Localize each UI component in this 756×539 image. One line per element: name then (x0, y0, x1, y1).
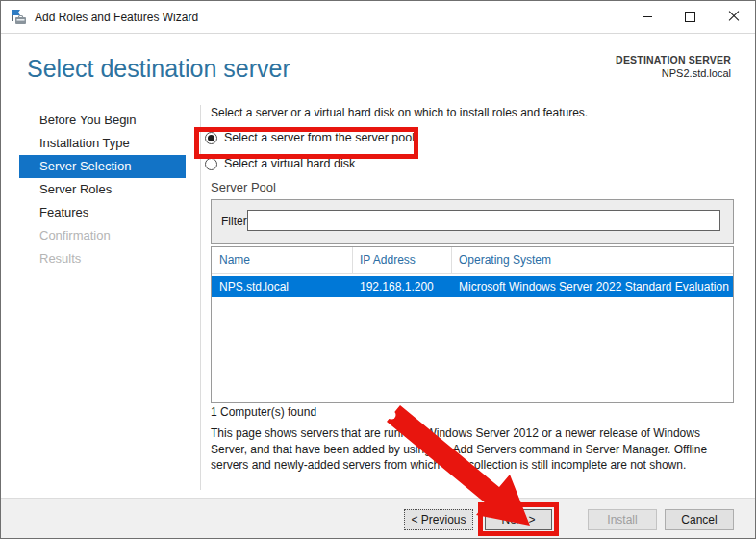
server-manager-icon (11, 9, 27, 25)
close-icon (728, 11, 740, 22)
wizard-steps-nav: Before You Begin Installation Type Serve… (19, 109, 186, 270)
column-header-ip-address[interactable]: IP Address (353, 247, 452, 273)
computers-found-count: 1 Computer(s) found (211, 405, 316, 419)
maximize-button[interactable] (668, 1, 712, 32)
filter-label: Filter: (221, 215, 250, 228)
page-description: This page shows servers that are running… (211, 425, 738, 474)
cell-server-ip: 192.168.1.200 (353, 276, 452, 297)
radio-label: Select a server from the server pool (224, 131, 415, 144)
previous-button[interactable]: < Previous (404, 509, 473, 530)
install-button: Install (588, 509, 657, 530)
destination-server-value: NPS2.std.local (616, 67, 731, 79)
radio-selected-icon[interactable] (205, 132, 217, 144)
filter-panel: Filter: (211, 199, 734, 244)
minimize-icon (643, 16, 652, 17)
maximize-icon (685, 12, 695, 22)
column-header-operating-system[interactable]: Operating System (452, 247, 733, 273)
window-title: Add Roles and Features Wizard (35, 11, 198, 24)
close-button[interactable] (712, 1, 755, 32)
column-header-name[interactable]: Name (212, 247, 353, 273)
radio-label: Select a virtual hard disk (224, 157, 355, 170)
sidebar-divider (200, 105, 201, 490)
next-button[interactable]: Next > (485, 509, 552, 530)
sidebar-item-server-roles[interactable]: Server Roles (19, 178, 186, 201)
cell-server-name: NPS.std.local (212, 276, 353, 297)
sidebar-item-features[interactable]: Features (19, 201, 186, 224)
cell-server-os: Microsoft Windows Server 2022 Standard E… (452, 276, 733, 297)
intro-text: Select a server or a virtual hard disk o… (211, 106, 588, 119)
radio-select-virtual-hard-disk[interactable]: Select a virtual hard disk (205, 157, 355, 170)
radio-unselected-icon[interactable] (205, 158, 217, 170)
server-pool-title: Server Pool (211, 180, 276, 194)
wizard-window: Add Roles and Features Wizard Select des… (0, 0, 756, 539)
sidebar-item-before-you-begin[interactable]: Before You Begin (19, 109, 186, 132)
sidebar-item-confirmation: Confirmation (19, 224, 186, 247)
table-header-row: Name IP Address Operating System (212, 247, 733, 274)
minimize-button[interactable] (625, 1, 668, 32)
title-bar: Add Roles and Features Wizard (1, 1, 755, 34)
cancel-button[interactable]: Cancel (665, 509, 734, 530)
sidebar-item-installation-type[interactable]: Installation Type (19, 132, 186, 155)
sidebar-item-results: Results (19, 247, 186, 270)
page-title: Select destination server (27, 55, 290, 83)
destination-server-label: DESTINATION SERVER (616, 54, 731, 65)
destination-server-block: DESTINATION SERVER NPS2.std.local (616, 54, 731, 79)
table-row-selected[interactable]: NPS.std.local 192.168.1.200 Microsoft Wi… (212, 276, 733, 297)
radio-select-server-from-pool[interactable]: Select a server from the server pool (205, 131, 415, 144)
sidebar-item-server-selection[interactable]: Server Selection (19, 155, 186, 178)
window-controls (625, 1, 755, 32)
server-pool-table: Name IP Address Operating System NPS.std… (211, 246, 734, 403)
filter-input[interactable] (247, 210, 720, 231)
